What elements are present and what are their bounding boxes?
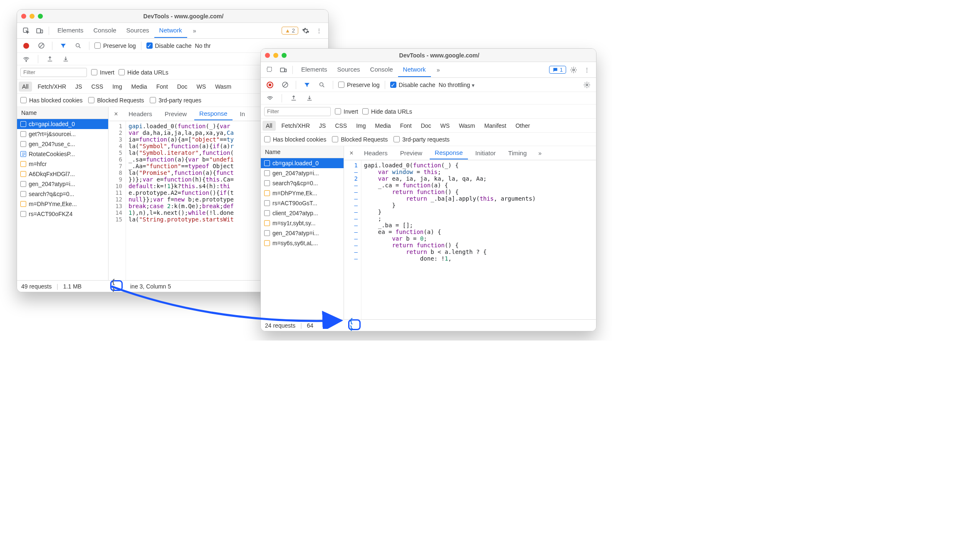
more-tabs-icon[interactable]: » bbox=[189, 25, 200, 37]
record-icon[interactable] bbox=[264, 79, 276, 91]
clear-icon[interactable] bbox=[35, 40, 47, 52]
more-tabs-icon[interactable]: » bbox=[534, 147, 546, 159]
kebab-menu-icon[interactable]: ⋮ bbox=[581, 64, 593, 76]
network-settings-icon[interactable] bbox=[581, 79, 593, 91]
request-row[interactable]: cb=gapi.loaded_0 bbox=[261, 158, 344, 168]
has-blocked-cookies-checkbox[interactable]: Has blocked cookies bbox=[20, 97, 82, 104]
inspect-icon[interactable] bbox=[20, 25, 32, 37]
pill-media[interactable]: Media bbox=[128, 82, 151, 92]
request-row[interactable]: gen_204?use_c... bbox=[17, 139, 108, 149]
pill-css[interactable]: CSS bbox=[332, 121, 350, 131]
request-row[interactable]: search?q&cp=0... bbox=[17, 189, 108, 199]
network-conditions-icon[interactable] bbox=[20, 53, 32, 65]
tab-sources[interactable]: Sources bbox=[121, 23, 154, 38]
filter-input[interactable] bbox=[20, 68, 87, 77]
disable-cache-checkbox[interactable]: ✓Disable cache bbox=[390, 82, 436, 88]
export-har-icon[interactable] bbox=[60, 53, 72, 65]
request-row[interactable]: rs=ACT90oFKZ4 bbox=[17, 209, 108, 219]
preserve-log-checkbox[interactable]: Preserve log bbox=[94, 42, 136, 49]
request-row[interactable]: gen_204?atyp=i... bbox=[261, 228, 344, 238]
request-row[interactable]: cb=gapi.loaded_0 bbox=[17, 119, 108, 129]
hide-data-urls-checkbox[interactable]: Hide data URLs bbox=[362, 108, 412, 115]
pill-media[interactable]: Media bbox=[372, 121, 394, 131]
import-har-icon[interactable] bbox=[288, 92, 299, 104]
pill-manifest[interactable]: Manifest bbox=[481, 121, 510, 131]
pill-js[interactable]: JS bbox=[72, 82, 85, 92]
request-row[interactable]: search?q&cp=0... bbox=[261, 178, 344, 188]
zoom-icon[interactable] bbox=[282, 53, 287, 58]
pill-css[interactable]: CSS bbox=[88, 82, 106, 92]
blocked-requests-checkbox[interactable]: Blocked Requests bbox=[332, 136, 388, 143]
throttling-dropdown[interactable]: No throttling▼ bbox=[439, 82, 475, 88]
third-party-checkbox[interactable]: 3rd-party requests bbox=[393, 136, 450, 143]
minimize-icon[interactable] bbox=[273, 53, 278, 58]
pill-img[interactable]: Img bbox=[109, 82, 125, 92]
invert-checkbox[interactable]: Invert bbox=[335, 108, 358, 115]
request-row[interactable]: get?rt=j&sourcei... bbox=[17, 129, 108, 139]
detail-tab-headers[interactable]: Headers bbox=[124, 108, 157, 120]
request-row[interactable]: m=hfcr bbox=[17, 159, 108, 169]
invert-checkbox[interactable]: Invert bbox=[91, 69, 114, 76]
kebab-menu-icon[interactable]: ⋮ bbox=[313, 25, 325, 37]
device-toggle-icon[interactable] bbox=[277, 64, 289, 76]
detail-tab-headers[interactable]: Headers bbox=[359, 147, 393, 159]
more-tabs-icon[interactable]: » bbox=[433, 64, 444, 76]
record-icon[interactable] bbox=[20, 40, 32, 52]
close-icon[interactable] bbox=[265, 53, 270, 58]
issues-badge[interactable]: ▲2 bbox=[282, 27, 298, 35]
request-row[interactable]: gen_204?atyp=i... bbox=[261, 168, 344, 178]
filter-icon[interactable] bbox=[301, 79, 313, 91]
settings-icon[interactable] bbox=[300, 25, 312, 37]
network-conditions-icon[interactable] bbox=[264, 92, 276, 104]
preserve-log-checkbox[interactable]: Preserve log bbox=[338, 82, 380, 88]
pill-other[interactable]: Other bbox=[512, 121, 533, 131]
device-toggle-icon[interactable] bbox=[34, 25, 45, 37]
disable-cache-checkbox[interactable]: ✓Disable cache bbox=[146, 42, 192, 49]
filter-input[interactable] bbox=[264, 107, 331, 116]
request-row[interactable]: m=DhPYme,Eke... bbox=[17, 199, 108, 209]
export-har-icon[interactable] bbox=[304, 92, 315, 104]
tab-elements[interactable]: Elements bbox=[52, 23, 89, 38]
name-column-header[interactable]: Name bbox=[17, 107, 108, 119]
pretty-print-button[interactable]: { } bbox=[110, 280, 123, 291]
pill-font[interactable]: Font bbox=[397, 121, 415, 131]
pill-wasm[interactable]: Wasm bbox=[212, 82, 235, 92]
name-column-header[interactable]: Name bbox=[261, 146, 344, 158]
minimize-icon[interactable] bbox=[30, 14, 35, 19]
zoom-icon[interactable] bbox=[38, 14, 43, 19]
pill-all[interactable]: All bbox=[19, 82, 32, 92]
request-row[interactable]: m=sy1r,sybt,sy... bbox=[261, 218, 344, 228]
detail-tab-initiator[interactable]: Initiator bbox=[470, 147, 501, 159]
pill-img[interactable]: Img bbox=[353, 121, 369, 131]
has-blocked-cookies-checkbox[interactable]: Has blocked cookies bbox=[264, 136, 326, 143]
inspect-icon[interactable] bbox=[264, 64, 276, 76]
search-icon[interactable] bbox=[316, 79, 328, 91]
request-row[interactable]: gen_204?atyp=i... bbox=[17, 179, 108, 189]
detail-tab-response[interactable]: Response bbox=[194, 107, 233, 120]
pill-js[interactable]: JS bbox=[316, 121, 329, 131]
detail-tab-timing[interactable]: Timing bbox=[503, 147, 532, 159]
hide-data-urls-checkbox[interactable]: Hide data URLs bbox=[119, 69, 168, 76]
clear-icon[interactable] bbox=[279, 79, 291, 91]
third-party-checkbox[interactable]: 3rd-party reques bbox=[150, 97, 201, 104]
tab-network[interactable]: Network bbox=[154, 23, 187, 38]
search-icon[interactable] bbox=[72, 40, 84, 52]
pill-fetch[interactable]: Fetch/XHR bbox=[278, 121, 313, 131]
blocked-requests-checkbox[interactable]: Blocked Requests bbox=[88, 97, 144, 104]
settings-icon[interactable] bbox=[568, 64, 579, 76]
throttling-dropdown[interactable]: No thr bbox=[195, 42, 211, 49]
request-row[interactable]: RotateCookiesP... bbox=[17, 149, 108, 159]
detail-tab-preview[interactable]: Preview bbox=[160, 108, 192, 120]
close-detail-icon[interactable]: × bbox=[346, 149, 356, 157]
tab-elements[interactable]: Elements bbox=[296, 62, 332, 77]
close-icon[interactable] bbox=[21, 14, 26, 19]
tab-network[interactable]: Network bbox=[398, 62, 431, 77]
tab-console[interactable]: Console bbox=[365, 62, 398, 77]
pill-ws[interactable]: WS bbox=[437, 121, 453, 131]
tab-sources[interactable]: Sources bbox=[332, 62, 365, 77]
pill-doc[interactable]: Doc bbox=[418, 121, 435, 131]
pill-all[interactable]: All bbox=[262, 121, 276, 131]
pill-wasm[interactable]: Wasm bbox=[455, 121, 478, 131]
detail-tab-response[interactable]: Response bbox=[430, 147, 468, 159]
request-row[interactable]: A6DkqFxHDGl7... bbox=[17, 169, 108, 179]
